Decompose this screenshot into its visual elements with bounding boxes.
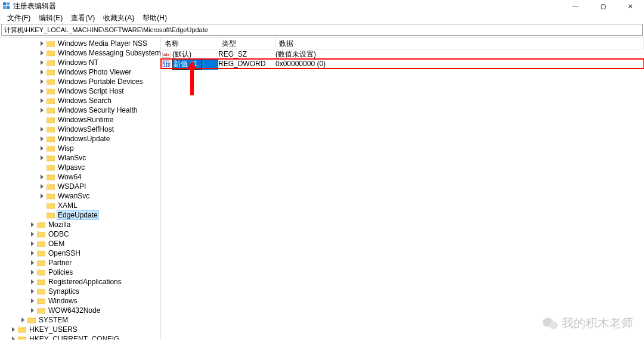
expander-icon[interactable]: [38, 135, 45, 142]
menu-favorites[interactable]: 收藏夹(A): [100, 12, 138, 24]
tree-item[interactable]: Synaptics: [0, 287, 160, 296]
folder-icon: [18, 326, 26, 333]
expander-icon[interactable]: [29, 250, 36, 257]
tree-item[interactable]: WSDAPI: [0, 182, 160, 191]
column-name[interactable]: 名称: [161, 38, 218, 49]
tree-item[interactable]: WlanSvc: [0, 153, 160, 163]
folder-icon: [47, 88, 55, 95]
tree-item[interactable]: Windows Script Host: [0, 86, 160, 96]
tree-item-label: Synaptics: [47, 287, 80, 296]
expander-icon[interactable]: [19, 316, 26, 324]
expander-icon[interactable]: [29, 240, 36, 247]
tree-item[interactable]: WindowsUpdate: [0, 134, 160, 144]
tree-item[interactable]: EdgeUpdate: [0, 210, 160, 220]
expander-icon[interactable]: [29, 231, 36, 238]
tree-item-label: Wow64: [57, 173, 83, 181]
tree-item[interactable]: Windows Messaging Subsystem: [0, 48, 160, 58]
tree-item[interactable]: WwanSvc: [0, 191, 160, 201]
tree-item[interactable]: Windows Security Health: [0, 105, 160, 115]
list-row[interactable]: ab(默认)REG_SZ(数值未设置): [161, 49, 644, 59]
tree-item[interactable]: RegisteredApplications: [0, 277, 160, 287]
expander-icon[interactable]: [10, 326, 17, 333]
tree-item[interactable]: ODBC: [0, 229, 160, 239]
menu-view[interactable]: 查看(V): [67, 12, 98, 24]
folder-icon: [37, 288, 45, 295]
expander-icon[interactable]: [38, 192, 45, 200]
tree-item[interactable]: HKEY_CURRENT_CONFIG: [0, 334, 160, 340]
tree-item-label: Windows NT: [57, 58, 100, 67]
expander-icon[interactable]: [38, 126, 45, 133]
column-data[interactable]: 数据: [275, 38, 644, 49]
tree-item[interactable]: Partner: [0, 258, 160, 268]
list-row[interactable]: 011110新值 #1REG_DWORD0x00000000 (0): [161, 59, 644, 69]
string-value-icon: ab: [162, 50, 171, 58]
tree-item-label: Windows Script Host: [57, 87, 125, 95]
tree-item[interactable]: Windows Search: [0, 96, 160, 105]
column-type[interactable]: 类型: [218, 38, 275, 49]
menu-edit[interactable]: 编辑(E): [35, 12, 66, 24]
tree-item[interactable]: OpenSSH: [0, 248, 160, 258]
tree-item[interactable]: WOW6432Node: [0, 306, 160, 315]
svg-rect-2: [3, 6, 6, 9]
tree-item[interactable]: OEM: [0, 239, 160, 248]
folder-icon: [37, 259, 45, 266]
expander-icon[interactable]: [29, 297, 36, 304]
expander-icon[interactable]: [38, 78, 45, 85]
expander-icon[interactable]: [38, 173, 45, 181]
tree-panel[interactable]: Windows Media Player NSSWindows Messagin…: [0, 38, 161, 340]
tree-item[interactable]: Wisp: [0, 144, 160, 153]
body-area: Windows Media Player NSSWindows Messagin…: [0, 37, 644, 340]
expander-icon[interactable]: [29, 278, 36, 285]
folder-icon: [47, 69, 55, 76]
expander-icon[interactable]: [38, 40, 45, 47]
value-name-edit[interactable]: 新值 #1: [172, 58, 202, 70]
tree-item[interactable]: WindowsSelfHost: [0, 125, 160, 134]
expander-icon[interactable]: [38, 59, 45, 66]
maximize-button[interactable]: ▢: [589, 0, 617, 12]
expander-icon[interactable]: [29, 288, 36, 295]
tree-item[interactable]: Wow64: [0, 172, 160, 182]
folder-icon: [47, 126, 55, 133]
expander-icon[interactable]: [38, 154, 45, 161]
tree-item[interactable]: Mozilla: [0, 220, 160, 229]
folder-icon: [47, 135, 55, 142]
window-controls: — ▢ ✕: [562, 0, 644, 12]
expander-icon[interactable]: [29, 269, 36, 276]
tree-item[interactable]: Windows: [0, 296, 160, 306]
expander-icon[interactable]: [29, 307, 36, 314]
tree-item[interactable]: HKEY_USERS: [0, 325, 160, 334]
tree-item[interactable]: WindowsRuntime: [0, 115, 160, 125]
title-bar: 注册表编辑器 — ▢ ✕: [0, 0, 644, 12]
tree-item-label: HKEY_USERS: [28, 325, 79, 334]
tree-item[interactable]: XAML: [0, 201, 160, 210]
tree-item[interactable]: Wlpasvc: [0, 163, 160, 172]
minimize-button[interactable]: —: [562, 0, 589, 12]
expander-icon[interactable]: [38, 145, 45, 152]
tree-item-label: WindowsSelfHost: [57, 125, 115, 133]
expander-icon[interactable]: [38, 97, 45, 104]
close-button[interactable]: ✕: [617, 0, 644, 12]
list-panel: 名称 类型 数据 ab(默认)REG_SZ(数值未设置)011110新值 #1R…: [161, 38, 644, 340]
tree-item[interactable]: Windows Portable Devices: [0, 77, 160, 86]
menu-help[interactable]: 帮助(H): [139, 12, 171, 24]
menu-file[interactable]: 文件(F): [4, 12, 34, 24]
expander-icon[interactable]: [38, 107, 45, 114]
folder-icon: [47, 212, 55, 219]
tree-item[interactable]: SYSTEM: [0, 315, 160, 325]
tree-item[interactable]: Windows Media Player NSS: [0, 39, 160, 48]
expander-icon[interactable]: [38, 88, 45, 95]
expander-icon[interactable]: [10, 335, 17, 340]
tree-item[interactable]: Windows Photo Viewer: [0, 67, 160, 77]
tree-item-label: Windows Security Health: [57, 106, 138, 114]
tree-item[interactable]: Windows NT: [0, 58, 160, 67]
expander-icon[interactable]: [29, 259, 36, 266]
list-body[interactable]: ab(默认)REG_SZ(数值未设置)011110新值 #1REG_DWORD0…: [161, 49, 644, 340]
value-name[interactable]: 新值 #1: [172, 58, 218, 70]
expander-icon[interactable]: [38, 183, 45, 190]
expander-icon[interactable]: [38, 69, 45, 76]
tree-item[interactable]: Policies: [0, 268, 160, 277]
folder-icon: [37, 240, 45, 247]
expander-icon[interactable]: [29, 221, 36, 228]
address-bar[interactable]: 计算机\HKEY_LOCAL_MACHINE\SOFTWARE\Microsof…: [1, 24, 643, 36]
expander-icon[interactable]: [38, 49, 45, 57]
